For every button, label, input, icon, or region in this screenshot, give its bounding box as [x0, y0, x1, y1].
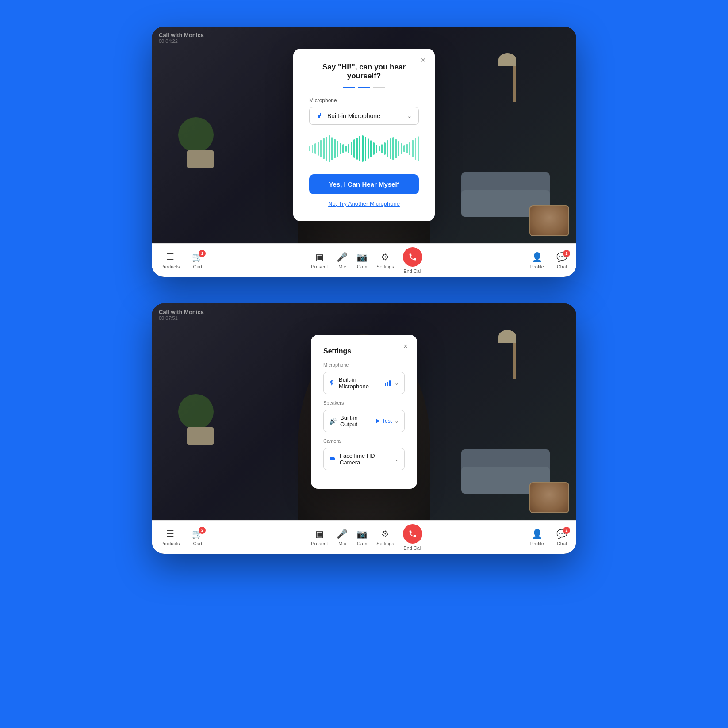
end-call-button-2[interactable]: End Call — [403, 524, 422, 551]
settings-icon-2: ⚙ — [381, 529, 389, 539]
end-call-button[interactable]: End Call — [403, 247, 422, 274]
step-dot-2 — [358, 87, 370, 88]
settings-mic-row-right: ⌄ — [385, 379, 399, 387]
dialog-close-button[interactable]: × — [418, 55, 429, 65]
modal-overlay-2: × Settings Microphone 🎙 Built-in Microph… — [152, 303, 576, 520]
mic-toolbar-icon-2: 🎤 — [337, 529, 348, 539]
settings-camera-label: Camera — [323, 438, 405, 444]
settings-mic-chevron-icon: ⌄ — [395, 380, 399, 386]
settings-speakers-row-right: Test ⌄ — [375, 418, 399, 424]
dialog-title: Say "Hi!", can you hear yourself? — [309, 63, 419, 80]
svg-marker-3 — [376, 419, 380, 423]
toolbar-item-mic[interactable]: 🎤 Mic — [337, 252, 348, 269]
toolbar-item-profile-2[interactable]: 👤 Profile — [530, 529, 544, 546]
settings-mic-icon: 🎙 — [329, 379, 335, 387]
toolbar-item-mic-2[interactable]: 🎤 Mic — [337, 529, 348, 546]
toolbar-item-settings-2[interactable]: ⚙ Settings — [376, 529, 394, 546]
device-frame-1: Call with Monica 00:04:22 × Say "Hi!", c… — [152, 27, 576, 277]
end-call-circle — [403, 247, 422, 267]
cart-badge-2: 2 — [199, 527, 206, 534]
settings-speakers-row-left: 🔊 Built-in Output — [329, 414, 375, 428]
toolbar-2: ☰ Products 2 🛒 Cart ▣ Present 🎤 Mic 📷 Ca… — [152, 520, 576, 554]
test-audio-button[interactable]: Test — [375, 418, 392, 424]
present-icon-2: ▣ — [315, 529, 324, 539]
signal-strength-icon — [385, 379, 392, 387]
toolbar-item-cart-2[interactable]: 2 🛒 Cart — [192, 529, 203, 546]
video-area-1: Call with Monica 00:04:22 × Say "Hi!", c… — [152, 27, 576, 243]
settings-dialog-title: Settings — [323, 347, 405, 355]
toolbar-item-chat[interactable]: 2 💬 Chat — [556, 252, 567, 269]
svg-rect-2 — [389, 380, 391, 386]
cam-icon: 📷 — [356, 252, 368, 262]
settings-close-button[interactable]: × — [400, 341, 411, 352]
step-indicator — [309, 87, 419, 88]
toolbar-item-cam-2[interactable]: 📷 Cam — [356, 529, 368, 546]
mic-field-label: Microphone — [309, 97, 419, 103]
products-icon-2: ☰ — [166, 529, 174, 539]
video-area-2: Call with Monica 00:07:51 × Settings Mic… — [152, 303, 576, 520]
settings-speaker-icon: 🔊 — [329, 418, 337, 425]
toolbar-right-2: 👤 Profile 2 💬 Chat — [530, 529, 567, 546]
settings-camera-icon — [329, 455, 336, 464]
step-dot-3 — [373, 87, 385, 88]
try-another-mic-link[interactable]: No, Try Another Microphone — [309, 200, 419, 207]
settings-icon: ⚙ — [381, 252, 389, 262]
toolbar-item-products-2[interactable]: ☰ Products — [161, 529, 180, 546]
toolbar-item-products[interactable]: ☰ Products — [161, 252, 180, 269]
settings-speakers-row[interactable]: 🔊 Built-in Output Test ⌄ — [323, 410, 405, 432]
settings-camera-row-right: ⌄ — [395, 456, 399, 462]
mic-toolbar-icon: 🎤 — [337, 252, 348, 262]
settings-camera-chevron-icon: ⌄ — [395, 456, 399, 462]
svg-rect-0 — [385, 383, 386, 386]
confirm-audio-button[interactable]: Yes, I Can Hear Myself — [309, 174, 419, 194]
toolbar-1: ☰ Products 2 🛒 Cart ▣ Present 🎤 Mic 📷 Ca… — [152, 243, 576, 277]
settings-camera-row[interactable]: FaceTime HD Camera ⌄ — [323, 448, 405, 470]
toolbar-right-1: 👤 Profile 2 💬 Chat — [530, 252, 567, 269]
microphone-check-dialog: × Say "Hi!", can you hear yourself? Micr… — [293, 49, 435, 221]
toolbar-center-2: ▣ Present 🎤 Mic 📷 Cam ⚙ Settings — [311, 524, 422, 551]
toolbar-item-cam[interactable]: 📷 Cam — [356, 252, 368, 269]
settings-mic-row-left: 🎙 Built-in Microphone — [329, 376, 385, 390]
device-frame-2: Call with Monica 00:07:51 × Settings Mic… — [152, 303, 576, 554]
chat-badge: 2 — [563, 250, 570, 257]
cam-icon-2: 📷 — [356, 529, 368, 539]
settings-speakers-label: Speakers — [323, 400, 405, 406]
toolbar-item-chat-2[interactable]: 2 💬 Chat — [556, 529, 567, 546]
present-icon: ▣ — [315, 252, 324, 262]
toolbar-item-cart[interactable]: 2 🛒 Cart — [192, 252, 203, 269]
mic-dropdown-left: 🎙 Built-in Microphone — [316, 112, 380, 120]
toolbar-left-1: ☰ Products 2 🛒 Cart — [161, 252, 203, 269]
modal-overlay-1: × Say "Hi!", can you hear yourself? Micr… — [152, 27, 576, 243]
settings-dialog: × Settings Microphone 🎙 Built-in Microph… — [311, 335, 417, 489]
toolbar-item-present[interactable]: ▣ Present — [311, 252, 328, 269]
toolbar-left-2: ☰ Products 2 🛒 Cart — [161, 529, 203, 546]
toolbar-item-profile[interactable]: 👤 Profile — [530, 252, 544, 269]
toolbar-center-1: ▣ Present 🎤 Mic 📷 Cam ⚙ Settings — [311, 247, 422, 274]
profile-icon-2: 👤 — [532, 529, 543, 539]
toolbar-item-present-2[interactable]: ▣ Present — [311, 529, 328, 546]
settings-camera-row-left: FaceTime HD Camera — [329, 452, 395, 466]
settings-mic-label: Microphone — [323, 362, 405, 368]
audio-waveform — [309, 135, 419, 162]
cart-badge: 2 — [199, 250, 206, 257]
toolbar-item-settings[interactable]: ⚙ Settings — [376, 252, 394, 269]
profile-icon: 👤 — [532, 252, 543, 262]
mic-dropdown[interactable]: 🎙 Built-in Microphone ⌄ — [309, 107, 419, 125]
settings-mic-row[interactable]: 🎙 Built-in Microphone ⌄ — [323, 372, 405, 394]
mic-icon: 🎙 — [316, 112, 323, 120]
step-dot-1 — [343, 87, 355, 88]
products-icon: ☰ — [166, 252, 174, 262]
end-call-circle-2 — [403, 524, 422, 544]
mic-dropdown-chevron-icon: ⌄ — [407, 112, 412, 119]
svg-rect-1 — [387, 382, 388, 386]
chat-badge-2: 2 — [563, 527, 570, 534]
settings-speakers-chevron-icon: ⌄ — [395, 418, 399, 424]
